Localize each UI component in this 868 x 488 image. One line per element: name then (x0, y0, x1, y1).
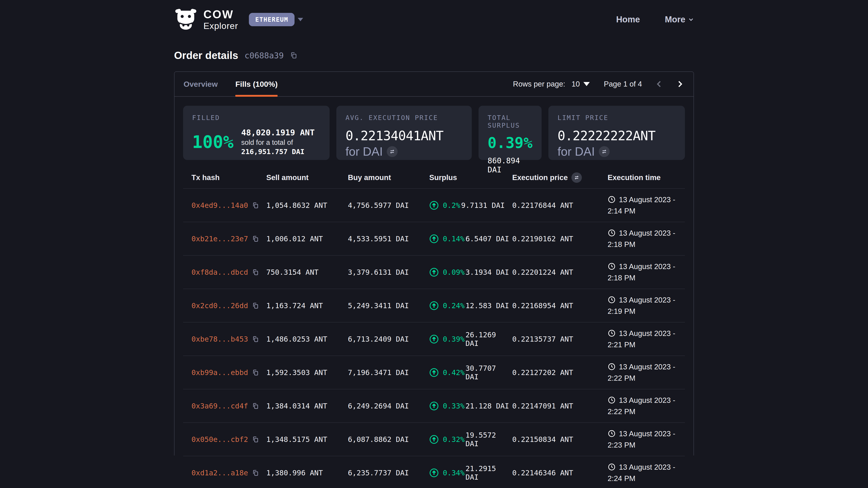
tx-hash-link[interactable]: 0xb21e...23e7 (191, 234, 248, 243)
surplus-percent: 0.14% (443, 234, 465, 243)
execution-time-cell: 13 August 2023 - 2:22 PM (608, 361, 684, 384)
execution-price-text: 0.22168954 ANT (512, 301, 573, 310)
logo-title: COW (204, 9, 238, 20)
buy-amount-cell: 6,713.2409 DAI (348, 335, 429, 344)
page-title: Order details (174, 49, 238, 61)
surplus-cell: 0.14% 6.5407 DAI (429, 234, 512, 243)
surplus-amount: 26.1269 DAI (465, 330, 512, 348)
execution-price-cell: 0.22146346 ANT (512, 468, 608, 477)
tx-hash-link[interactable]: 0x4ed9...14a0 (191, 201, 248, 210)
filled-card: FILLED 100% 48,020.1919 ANT sold for a t… (183, 106, 330, 160)
execution-time-cell: 13 August 2023 - 2:19 PM (608, 294, 684, 317)
avg-price-unit: for DAI (345, 144, 383, 158)
copy-tx-hash-icon[interactable] (252, 269, 259, 275)
total-surplus-percent: 0.39% (488, 134, 532, 152)
select-caret-icon (583, 82, 590, 86)
invert-price-icon[interactable] (599, 146, 610, 157)
copy-order-id-icon[interactable] (290, 52, 297, 59)
clock-icon (608, 363, 616, 371)
execution-time-text: 13 August 2023 - 2:14 PM (608, 195, 675, 215)
table-row: 0xbe78...b453 1,486.0253 ANT 6,713.2409 … (183, 322, 685, 356)
surplus-cell: 0.09% 3.1934 DAI (429, 267, 512, 277)
page-indicator: Page 1 of 4 (604, 80, 642, 88)
surplus-cell: 0.39% 26.1269 DAI (429, 330, 512, 348)
invert-execution-price-icon[interactable] (571, 172, 582, 183)
surplus-up-icon (429, 267, 439, 277)
rows-per-page-select[interactable]: 10 (571, 80, 590, 88)
invert-price-icon[interactable] (387, 146, 398, 157)
network-selector[interactable]: ETHEREUM (249, 13, 303, 26)
execution-price-cell: 0.22201224 ANT (512, 268, 608, 276)
tx-hash-link[interactable]: 0xf8da...dbcd (191, 268, 248, 276)
tab-bar: Overview Fills (100%) Rows per page: 10 … (175, 72, 693, 97)
copy-tx-hash-icon[interactable] (252, 202, 259, 209)
next-page-icon[interactable] (675, 79, 684, 89)
col-surplus: Surplus (429, 173, 512, 182)
execution-price-text: 0.22127202 ANT (512, 368, 573, 377)
buy-amount-cell: 5,249.3411 DAI (348, 301, 429, 310)
tx-hash-link[interactable]: 0x2cd0...26dd (191, 301, 248, 310)
buy-amount-cell: 6,249.2694 DAI (348, 402, 429, 410)
copy-tx-hash-icon[interactable] (252, 235, 259, 242)
surplus-amount: 6.5407 DAI (465, 234, 509, 243)
buy-amount-cell: 6,235.7737 DAI (348, 468, 429, 477)
tab-fills[interactable]: Fills (100%) (235, 72, 278, 96)
execution-price-text: 0.22176844 ANT (512, 201, 573, 210)
avg-execution-price-card: AVG. EXECUTION PRICE 0.22134041ANT for D… (336, 106, 472, 160)
top-bar: COW Explorer ETHEREUM Home More (0, 0, 868, 30)
tx-hash-link[interactable]: 0x3a69...cd4f (191, 402, 248, 410)
execution-price-cell: 0.22190162 ANT (512, 234, 608, 243)
copy-tx-hash-icon[interactable] (252, 302, 259, 309)
copy-tx-hash-icon[interactable] (252, 436, 259, 443)
sell-amount-cell: 1,384.0314 ANT (266, 402, 348, 410)
table-body: 0x4ed9...14a0 1,054.8632 ANT 4,756.5977 … (183, 188, 685, 488)
surplus-cell: 0.32% 19.5572 DAI (429, 431, 512, 448)
tx-hash-link[interactable]: 0xbe78...b453 (191, 335, 248, 344)
cow-logo-icon[interactable] (174, 8, 197, 30)
buy-amount-cell: 7,196.3471 DAI (348, 368, 429, 377)
total-surplus-card: TOTAL SURPLUS 0.39% 860.894 DAI (478, 106, 541, 160)
surplus-cell: 0.42% 30.7707 DAI (429, 364, 512, 381)
copy-tx-hash-icon[interactable] (252, 469, 259, 476)
sell-amount-cell: 750.3154 ANT (266, 268, 348, 276)
tx-hash-link[interactable]: 0xd1a2...a18e (191, 468, 248, 477)
stat-cards: FILLED 100% 48,020.1919 ANT sold for a t… (183, 106, 685, 160)
copy-tx-hash-icon[interactable] (252, 369, 259, 376)
execution-price-cell: 0.22127202 ANT (512, 368, 608, 377)
surplus-cell: 0.34% 21.2915 DAI (429, 464, 512, 482)
fills-table: Tx hash Sell amount Buy amount Surplus E… (183, 167, 685, 488)
execution-price-text: 0.22190162 ANT (512, 234, 573, 243)
surplus-percent: 0.2% (443, 201, 460, 210)
surplus-percent: 0.34% (443, 468, 465, 477)
tab-overview[interactable]: Overview (184, 72, 218, 96)
surplus-amount: 19.5572 DAI (465, 431, 512, 448)
network-badge[interactable]: ETHEREUM (249, 13, 294, 26)
logo[interactable]: COW Explorer (204, 9, 238, 30)
clock-icon (608, 262, 616, 270)
copy-tx-hash-icon[interactable] (252, 336, 259, 343)
col-buy-amount: Buy amount (348, 173, 429, 182)
copy-tx-hash-icon[interactable] (252, 402, 259, 410)
surplus-amount: 30.7707 DAI (465, 364, 512, 381)
sell-amount-cell: 1,163.724 ANT (266, 301, 348, 310)
surplus-percent: 0.24% (443, 301, 465, 310)
tx-hash-link[interactable]: 0xb99a...ebbd (191, 368, 248, 377)
rows-per-page-value: 10 (571, 80, 580, 88)
tx-hash-link[interactable]: 0x050e...cbf2 (191, 435, 248, 444)
sell-amount-cell: 1,054.8632 ANT (266, 201, 348, 210)
nav-more-link[interactable]: More (665, 15, 694, 24)
nav-more-label: More (665, 15, 685, 24)
prev-page-icon[interactable] (655, 79, 664, 89)
table-row: 0x050e...cbf2 1,348.5175 ANT 6,087.8862 … (183, 422, 685, 456)
clock-icon (608, 195, 616, 203)
surplus-cell: 0.33% 21.128 DAI (429, 401, 512, 411)
nav-home-link[interactable]: Home (616, 15, 640, 24)
execution-price-text: 0.22201224 ANT (512, 268, 573, 276)
surplus-up-icon (429, 468, 439, 478)
limit-price-value: 0.22222222ANT (557, 128, 676, 143)
surplus-up-icon (429, 234, 439, 243)
buy-amount-cell: 4,756.5977 DAI (348, 201, 429, 210)
execution-price-cell: 0.22135737 ANT (512, 335, 608, 344)
chevron-down-icon (688, 17, 694, 22)
execution-time-text: 13 August 2023 - 2:23 PM (608, 429, 675, 449)
